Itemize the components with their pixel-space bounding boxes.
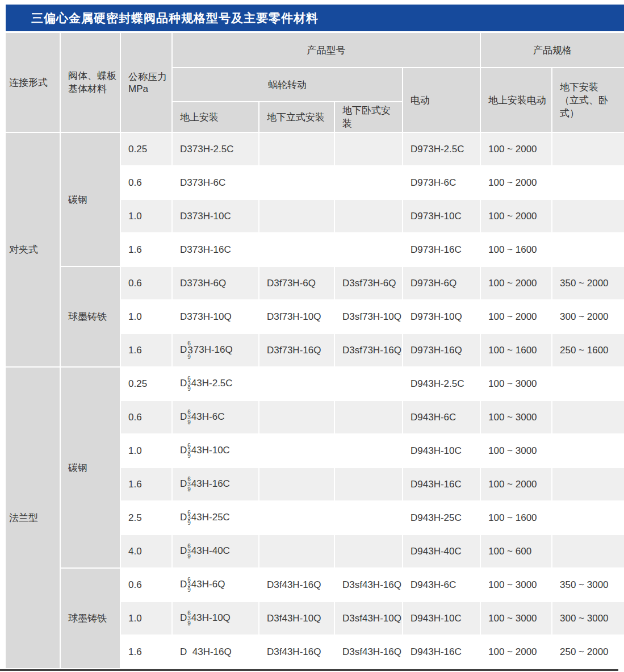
cell-model-underground-vertical: D3f73H-10Q: [259, 300, 334, 333]
cell-pressure: 0.25: [121, 368, 171, 400]
cell-model-electric: D973H-10Q: [403, 300, 480, 333]
cell-model-underground-horizontal: [335, 535, 402, 567]
cell-model-underground-horizontal: [335, 401, 402, 433]
cell-model-electric: D943H-2.5C: [403, 368, 480, 400]
cell-spec-above-ground-electric: 100 ~ 3000: [481, 569, 551, 601]
cell-model-above-ground: D373H-10C: [173, 200, 258, 232]
cell-connection-type: 法兰型: [6, 368, 60, 668]
cell-model-above-ground: D63943H-25C: [173, 502, 258, 534]
header-material: 阀体、蝶板 基体材料: [61, 33, 120, 132]
cell-model-above-ground: D63943H-16C: [173, 468, 258, 500]
table-row: 球墨铸铁0.6D63943H-6QD3f43H-16QD3sf43H-16QD9…: [6, 569, 624, 601]
cell-connection-type: 对夹式: [6, 133, 60, 366]
cell-spec-above-ground-electric: 100 ~ 2000: [481, 636, 551, 668]
cell-spec-above-ground-electric: 100 ~ 3000: [481, 368, 551, 400]
cell-model-underground-vertical: [259, 502, 334, 534]
header-product-model: 产品型号: [173, 33, 480, 67]
cell-model-electric: D943H-40C: [403, 535, 480, 567]
header-product-spec: 产品规格: [481, 33, 624, 67]
cell-spec-above-ground-electric: 100 ~ 2000: [481, 267, 551, 299]
cell-spec-underground: 250 ~ 2000: [552, 636, 624, 668]
cell-spec-above-ground-electric: 100 ~ 1600: [481, 233, 551, 266]
cell-spec-above-ground-electric: 100 ~ 600: [481, 535, 551, 567]
cell-model-underground-vertical: [259, 368, 334, 400]
table-row: 法兰型碳钢0.25D63943H-2.5CD943H-2.5C100 ~ 300…: [6, 368, 624, 400]
cell-spec-above-ground-electric: 100 ~ 3000: [481, 401, 551, 433]
cell-model-above-ground: D373H-2.5C: [173, 133, 258, 165]
table-body: 对夹式碳钢0.25D373H-2.5CD973H-2.5C100 ~ 20000…: [6, 133, 624, 668]
cell-spec-above-ground-electric: 100 ~ 2000: [481, 300, 551, 333]
stacked-639-mark: 639: [187, 611, 191, 626]
cell-spec-underground: [552, 468, 624, 500]
cell-model-electric: D973H-10C: [403, 200, 480, 232]
cell-model-underground-vertical: [259, 468, 334, 500]
cell-model-above-ground: D373H-6C: [173, 166, 258, 199]
cell-model-electric: D943H-25C: [403, 502, 480, 534]
cell-spec-above-ground-electric: 100 ~ 3000: [481, 435, 551, 467]
stacked-639-mark: 639: [187, 477, 191, 492]
cell-spec-above-ground-electric: 100 ~ 2000: [481, 468, 551, 500]
header-connection: 连接形式: [6, 33, 60, 132]
cell-spec-underground: [552, 166, 624, 199]
cell-model-underground-vertical: D3f43H-10Q: [259, 602, 334, 635]
cell-pressure: 4.0: [121, 535, 171, 567]
cell-model-electric: D973H-16Q: [403, 334, 480, 366]
cell-spec-underground: 350 ~ 2000: [552, 267, 624, 299]
cell-model-underground-horizontal: [335, 133, 402, 165]
cell-model-underground-vertical: [259, 535, 334, 567]
cell-pressure: 2.5: [121, 502, 171, 534]
header-pressure: 公称压力 MPa: [121, 33, 171, 132]
cell-spec-underground: [552, 435, 624, 467]
cell-spec-above-ground-electric: 100 ~ 1600: [481, 334, 551, 366]
cell-spec-above-ground-electric: 100 ~ 2000: [481, 133, 551, 165]
cell-model-electric: D973H-6C: [403, 166, 480, 199]
cell-spec-underground: 300 ~ 2000: [552, 300, 624, 333]
cell-pressure: 1.0: [121, 200, 171, 232]
stacked-639-mark: 639: [187, 410, 191, 425]
cell-spec-underground: [552, 133, 624, 165]
cell-model-underground-vertical: [259, 233, 334, 266]
cell-spec-above-ground-electric: 100 ~ 2000: [481, 200, 551, 232]
cell-model-above-ground: D373H-6Q: [173, 267, 258, 299]
cell-model-electric: D973H-2.5C: [403, 133, 480, 165]
table-row: 对夹式碳钢0.25D373H-2.5CD973H-2.5C100 ~ 2000: [6, 133, 624, 165]
cell-model-underground-horizontal: [335, 435, 402, 467]
cell-model-underground-horizontal: [335, 233, 402, 266]
cell-pressure: 1.0: [121, 602, 171, 635]
cell-material: 球墨铸铁: [61, 267, 120, 366]
cell-spec-underground: [552, 368, 624, 400]
cell-pressure: 0.6: [121, 166, 171, 199]
cell-model-underground-vertical: D3f73H-6Q: [259, 267, 334, 299]
header-above-ground-electric: 地上安装电动: [481, 68, 551, 132]
cell-model-above-ground: D63973H-16Q: [173, 334, 258, 366]
cell-pressure: 0.6: [121, 267, 171, 299]
cell-model-underground-horizontal: D3sf43H-16Q: [335, 569, 402, 601]
cell-model-electric: D943H-6C: [403, 401, 480, 433]
cell-model-underground-horizontal: [335, 166, 402, 199]
cell-model-underground-vertical: D3f43H-16Q: [259, 636, 334, 668]
cell-model-above-ground: D 43H-16Q: [173, 636, 258, 668]
cell-model-above-ground: D63943H-6C: [173, 401, 258, 433]
stacked-639-mark: 639: [187, 510, 191, 525]
cell-model-above-ground: D373H-16C: [173, 233, 258, 266]
cell-pressure: 0.25: [121, 133, 171, 165]
cell-pressure: 1.6: [121, 233, 171, 266]
table-header: 连接形式 阀体、蝶板 基体材料 公称压力 MPa 产品型号 产品规格 蜗轮转动 …: [6, 33, 624, 132]
title-bar: 三偏心金属硬密封蝶阀品种规格型号及主要零件材料: [6, 5, 624, 31]
cell-model-underground-horizontal: D3sf73H-16Q: [335, 334, 402, 366]
stacked-639-mark: 639: [187, 443, 191, 458]
cell-model-underground-vertical: [259, 401, 334, 433]
header-underground-vertical: 地下立式安装: [259, 102, 334, 132]
cell-material: 碳钢: [61, 368, 120, 567]
cell-model-above-ground: D63943H-10Q: [173, 602, 258, 635]
cell-model-electric: D943H-16C: [403, 636, 480, 668]
header-underground-any: 地下安装 （立式、卧式）: [552, 68, 624, 132]
cell-model-underground-horizontal: [335, 368, 402, 400]
cell-model-underground-vertical: [259, 435, 334, 467]
cell-model-underground-vertical: D3f43H-16Q: [259, 569, 334, 601]
spec-table: 连接形式 阀体、蝶板 基体材料 公称压力 MPa 产品型号 产品规格 蜗轮转动 …: [5, 32, 624, 669]
cell-spec-underground: 300 ~ 3000: [552, 602, 624, 635]
cell-model-underground-vertical: [259, 166, 334, 199]
cell-model-underground-horizontal: [335, 502, 402, 534]
cell-model-electric: D943H-6C: [403, 569, 480, 601]
